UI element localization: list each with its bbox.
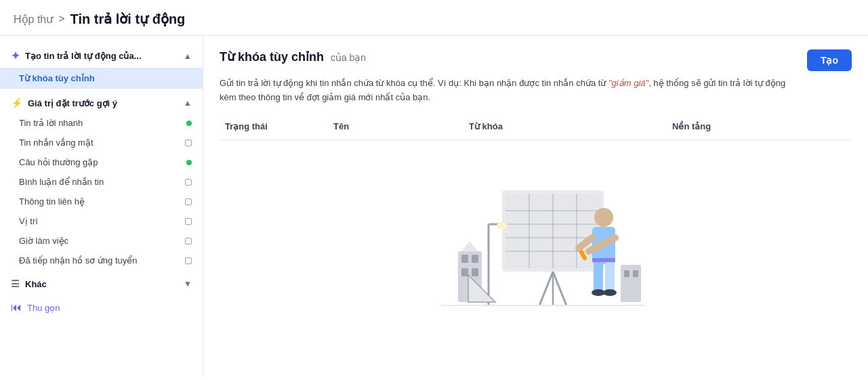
svg-line-10: [553, 272, 566, 305]
svg-rect-29: [624, 270, 629, 277]
preset-section-header[interactable]: ⚡ Giá trị đặt trước gợi ý ▲: [0, 93, 203, 113]
breadcrumb-separator: >: [58, 13, 64, 25]
svg-rect-25: [461, 268, 468, 276]
create-section-header[interactable]: ✦ Tạo tin trả lời tự động của... ▲: [0, 44, 203, 68]
menu-icon: ☰: [11, 278, 20, 289]
bolt-icon: ⚡: [11, 98, 22, 108]
sidebar: ✦ Tạo tin trả lời tự động của... ▲ Từ kh…: [0, 36, 203, 377]
col-tu-khoa: Từ khóa: [463, 119, 667, 134]
sidebar-item-binh-luan[interactable]: Bình luận để nhắn tin: [0, 172, 203, 192]
svg-rect-23: [461, 255, 468, 263]
empty-illustration: [421, 170, 651, 319]
preset-section: ⚡ Giá trị đặt trước gợi ý ▲ Tin trả lời …: [0, 89, 203, 273]
status-dot-empty-5: [185, 238, 192, 245]
breadcrumb-current: Tin trả lời tự động: [70, 11, 186, 27]
status-dot-empty-2: [185, 179, 192, 186]
collapse-icon: ⏮: [11, 301, 22, 314]
status-dot-empty-3: [185, 198, 192, 205]
svg-line-9: [539, 272, 553, 305]
table-header: Trạng thái Tên Từ khóa Nền tảng: [220, 119, 852, 140]
svg-rect-30: [633, 270, 638, 277]
svg-point-18: [603, 289, 617, 296]
content-header: Từ khóa tùy chỉnh của bạn Tạo: [220, 49, 852, 71]
status-dot-green-2: [186, 160, 192, 165]
chevron-up-icon: ▲: [184, 51, 192, 61]
thu-gon-label: Thu gọn: [27, 303, 60, 313]
create-button[interactable]: Tạo: [807, 49, 852, 71]
thu-gon-button[interactable]: ⏮ Thu gọn: [0, 295, 203, 320]
star-icon: ✦: [11, 49, 20, 62]
breadcrumb-parent[interactable]: Hộp thư: [14, 13, 53, 26]
khac-label-wrap: ☰ Khác: [11, 278, 47, 289]
col-ten: Tên: [328, 119, 463, 134]
status-dot-green: [186, 121, 192, 126]
svg-rect-24: [472, 255, 478, 263]
chevron-down-icon: ▼: [184, 279, 192, 289]
sidebar-item-cau-hoi[interactable]: Câu hỏi thường gặp: [0, 152, 203, 172]
sidebar-item-thong-tin-lien-he[interactable]: Thông tin liên hệ: [0, 192, 203, 211]
sidebar-item-tin-nhan-vang-mat[interactable]: Tin nhắn vắng mặt: [0, 133, 203, 152]
preset-label-wrap: ⚡ Giá trị đặt trước gợi ý: [11, 98, 117, 108]
svg-rect-14: [592, 258, 615, 262]
empty-state: [220, 143, 852, 333]
create-section-label: Tạo tin trả lời tự động của...: [25, 51, 142, 61]
chevron-up-icon-preset: ▲: [184, 98, 192, 108]
svg-rect-26: [472, 268, 478, 276]
svg-marker-27: [461, 241, 478, 251]
svg-rect-16: [605, 262, 615, 293]
sidebar-item-ho-so-ung-tuyen[interactable]: Đã tiếp nhận hồ sơ ứng tuyển: [0, 251, 203, 270]
sidebar-item-gio-lam-viec[interactable]: Giờ làm việc: [0, 231, 203, 251]
status-dot-empty-4: [185, 218, 192, 225]
status-dot-empty-6: [185, 257, 192, 264]
content-title: Từ khóa tùy chỉnh: [220, 50, 324, 64]
breadcrumb: Hộp thư > Tin trả lời tự động: [0, 0, 868, 36]
svg-point-12: [594, 208, 613, 227]
content-area: Từ khóa tùy chỉnh của bạn Tạo Gửi tin tr…: [203, 36, 868, 377]
content-title-wrap: Từ khóa tùy chỉnh của bạn: [220, 49, 366, 64]
status-dot-empty: [185, 140, 192, 146]
khac-label: Khác: [25, 279, 47, 289]
sidebar-item-tu-khoa[interactable]: Từ khóa tùy chỉnh: [0, 68, 203, 89]
create-section-label-wrap: ✦ Tạo tin trả lời tự động của...: [11, 49, 142, 62]
highlight-text: "giảm giá": [608, 78, 648, 88]
content-subtitle: của bạn: [331, 52, 366, 63]
main-layout: ✦ Tạo tin trả lời tự động của... ▲ Từ kh…: [0, 36, 868, 377]
col-trang-thai: Trạng thái: [220, 119, 328, 134]
svg-rect-15: [594, 262, 603, 293]
preset-section-label: Giá trị đặt trước gợi ý: [28, 98, 117, 108]
svg-point-33: [497, 222, 508, 229]
sidebar-item-vi-tri[interactable]: Vị trí: [0, 211, 203, 231]
khac-section-header[interactable]: ☰ Khác ▼: [0, 273, 203, 295]
sidebar-item-tin-tra-loi-nhanh[interactable]: Tin trả lời nhanh: [0, 113, 203, 133]
content-description: Gửi tin trả lời tự động khi tin nhắn chứ…: [220, 77, 795, 105]
col-nen-tang: Nền tảng: [667, 119, 852, 134]
